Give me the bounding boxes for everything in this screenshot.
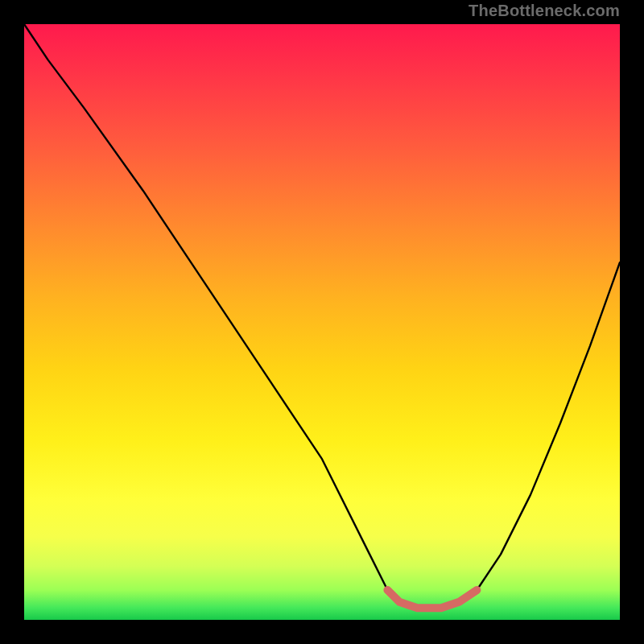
bottleneck-curve	[24, 24, 620, 608]
watermark-text: TheBottleneck.com	[469, 2, 620, 20]
curve-layer	[24, 24, 620, 620]
valley-highlight	[387, 590, 477, 608]
plot-area	[24, 24, 620, 620]
chart-frame: TheBottleneck.com	[0, 0, 644, 644]
